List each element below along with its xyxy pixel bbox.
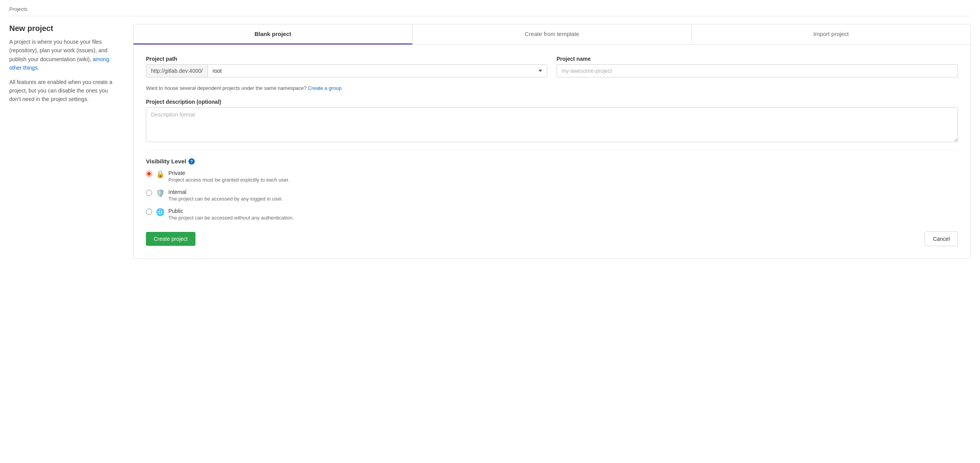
path-prefix: http://gitlab.dev:4000/ (146, 65, 208, 77)
form-body: Project path http://gitlab.dev:4000/ roo… (134, 45, 970, 259)
section-divider (146, 150, 958, 150)
tabs: Blank project Create from template Impor… (134, 24, 970, 45)
visibility-help-icon[interactable]: ? (188, 158, 195, 165)
sidebar: New project A project is where you house… (9, 24, 118, 109)
private-content: Private Project access must be granted e… (168, 170, 290, 183)
description-group: Project description (optional) (146, 99, 958, 142)
internal-desc: The project can be accessed by any logge… (168, 196, 283, 202)
tab-template[interactable]: Create from template (413, 24, 691, 45)
create-group-link[interactable]: Create a group (308, 85, 342, 91)
breadcrumb: Projects (9, 6, 971, 16)
name-label: Project name (557, 56, 958, 62)
path-input-row: http://gitlab.dev:4000/ root (146, 64, 547, 77)
path-name-row: Project path http://gitlab.dev:4000/ roo… (146, 56, 958, 77)
cancel-button[interactable]: Cancel (925, 232, 958, 246)
visibility-option-internal[interactable]: 🛡️ Internal The project can be accessed … (146, 189, 958, 202)
sidebar-description-2: All features are enabled when you create… (9, 78, 118, 104)
hint-text: Want to house several dependent projects… (146, 85, 958, 91)
public-desc: The project can be accessed without any … (168, 215, 294, 221)
create-project-button[interactable]: Create project (146, 232, 195, 246)
visibility-section-title: Visibility Level ? (146, 158, 958, 165)
main-panel: Blank project Create from template Impor… (133, 24, 971, 259)
radio-private[interactable] (146, 171, 152, 177)
lock-icon: 🔒 (156, 170, 164, 178)
visibility-option-private[interactable]: 🔒 Private Project access must be granted… (146, 170, 958, 183)
radio-public[interactable] (146, 209, 152, 215)
description-label: Project description (optional) (146, 99, 958, 105)
namespace-select[interactable]: root (208, 65, 547, 77)
project-name-input[interactable] (557, 64, 958, 77)
tab-blank[interactable]: Blank project (134, 24, 412, 45)
form-actions: Create project Cancel (146, 232, 958, 246)
public-content: Public The project can be accessed witho… (168, 208, 294, 221)
path-label: Project path (146, 56, 547, 62)
description-textarea[interactable] (146, 107, 958, 142)
private-desc: Project access must be granted explicitl… (168, 177, 290, 183)
page-title: New project (9, 24, 118, 33)
path-group: Project path http://gitlab.dev:4000/ roo… (146, 56, 547, 77)
private-label: Private (168, 170, 290, 176)
globe-icon: 🌐 (156, 208, 164, 216)
sidebar-description-1: A project is where you house your files … (9, 38, 118, 72)
public-label: Public (168, 208, 294, 214)
name-group: Project name (557, 56, 958, 77)
internal-content: Internal The project can be accessed by … (168, 189, 283, 202)
visibility-options: 🔒 Private Project access must be granted… (146, 170, 958, 221)
tab-import[interactable]: Import project (692, 24, 970, 45)
visibility-option-public[interactable]: 🌐 Public The project can be accessed wit… (146, 208, 958, 221)
shield-icon: 🛡️ (156, 189, 164, 197)
internal-label: Internal (168, 189, 283, 195)
radio-internal[interactable] (146, 190, 152, 196)
